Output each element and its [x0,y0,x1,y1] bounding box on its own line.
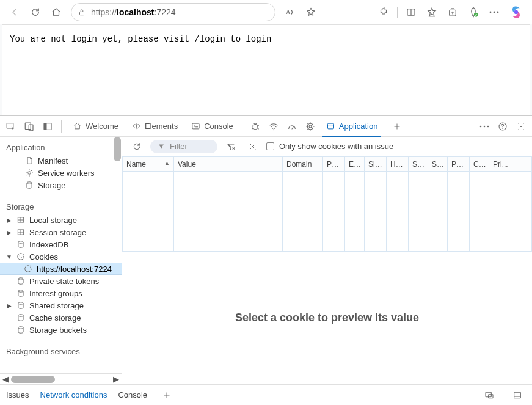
sidebar-item-storage-buckets[interactable]: Storage buckets [0,324,122,336]
address-bar[interactable]: https://localhost:7224 [71,3,275,21]
svg-rect-21 [327,123,333,129]
filter-icon [158,143,165,150]
sidebar-item-manifest[interactable]: Manifest [0,155,122,167]
memory-icon[interactable] [302,118,319,135]
col-ex[interactable]: Ex... [345,157,365,172]
dock-side-button[interactable] [39,118,56,135]
sidebar-item-cookies-origin[interactable]: https://localhost:7224 [0,263,122,275]
tab-elements[interactable]: Elements [126,116,184,137]
home-button[interactable] [46,2,66,22]
svg-point-20 [309,125,312,128]
drawer-tab-console[interactable]: Console [118,390,147,400]
col-sa[interactable]: Sa... [428,157,448,172]
drawer-tab-issues[interactable]: Issues [6,390,29,400]
tab-elements-label: Elements [145,122,178,131]
inspect-element-button[interactable] [2,118,20,135]
debugger-icon[interactable] [247,118,264,135]
svg-rect-49 [514,392,521,398]
sidebar-item-private-state-tokens[interactable]: Private state tokens [0,275,122,287]
svg-point-9 [497,12,499,13]
only-issue-label: Only show cookies with an issue [279,142,393,151]
drawer-tab-network-conditions[interactable]: Network conditions [40,390,107,400]
favorites-hub-button[interactable] [422,2,442,22]
scrollbar-vertical[interactable] [113,137,122,384]
svg-point-41 [18,290,23,293]
network-icon[interactable] [265,118,282,135]
svg-point-37 [20,255,20,256]
sidebar-item-service-workers[interactable]: Service workers [0,167,122,179]
refresh-cookies-button[interactable] [128,138,145,155]
sidebar-group-storage: Storage [0,199,122,214]
lock-icon [78,8,86,16]
tab-console[interactable]: Console [185,116,239,137]
cookies-table[interactable]: Name▲ValueDomainPathEx...SizeHtt...Se...… [122,156,532,252]
sidebar-group-application: Application [0,139,122,155]
devtools-more-button[interactable] [476,118,493,135]
svg-point-24 [484,125,486,127]
clear-filter-button[interactable] [222,138,239,155]
col-par[interactable]: Par... [448,157,470,172]
device-toggle-button[interactable] [21,118,38,135]
sidebar-item-indexeddb[interactable]: IndexedDB [0,238,122,250]
col-htt[interactable]: Htt... [387,157,409,172]
scrollbar-horizontal[interactable]: ◀▶ [0,373,122,384]
sidebar-item-cookies[interactable]: ▼Cookies [0,250,122,263]
performance-button[interactable] [464,2,483,22]
drawer-expand-button[interactable] [509,387,526,404]
svg-point-27 [502,128,503,128]
col-se[interactable]: Se... [409,157,428,172]
svg-point-40 [18,278,23,280]
separator [397,7,398,18]
code-icon [132,122,141,131]
svg-text:A: A [286,9,290,15]
svg-rect-12 [25,123,31,130]
col-size[interactable]: Size [365,157,387,172]
col-cr[interactable]: Cr... [470,157,489,172]
devtools-help-button[interactable] [494,118,511,135]
sidebar-group-background-services: Background services [0,343,122,359]
sidebar-item-interest-groups[interactable]: Interest groups [0,287,122,299]
svg-point-7 [490,12,492,13]
delete-cookie-button[interactable] [244,138,261,155]
page-content: You are not login yet, please visit /log… [2,24,530,115]
devtools-tabs: Welcome Elements Console Application [0,116,532,137]
tab-application[interactable]: Application [320,116,384,137]
more-button[interactable] [484,2,504,22]
svg-point-17 [253,124,258,129]
back-button[interactable] [5,2,24,22]
sidebar-item-cache-storage[interactable]: Cache storage [0,312,122,324]
svg-point-44 [18,327,23,329]
drawer-dock-button[interactable] [481,387,498,404]
drawer-more-tabs-button[interactable] [158,387,175,404]
col-domain[interactable]: Domain [283,157,323,172]
sidebar-item-shared-storage[interactable]: ▶Shared storage [0,299,122,312]
col-pri[interactable]: Pri... [489,157,532,172]
sidebar-item-local-storage[interactable]: ▶Local storage [0,214,122,226]
col-path[interactable]: Path [323,157,345,172]
sidebar-item-session-storage[interactable]: ▶Session storage [0,226,122,238]
read-aloud-button[interactable]: A [280,2,300,22]
collections-button[interactable] [443,2,462,22]
sidebar-item-storage-overview[interactable]: Storage [0,179,122,191]
devtools-close-button[interactable] [512,118,530,135]
extensions-button[interactable] [374,2,393,22]
split-screen-button[interactable] [401,2,421,22]
home-icon [73,122,82,131]
performance-icon[interactable] [283,118,301,135]
favorite-button[interactable] [301,2,321,22]
tab-welcome[interactable]: Welcome [67,116,125,137]
col-value[interactable]: Value [174,157,283,172]
col-name[interactable]: Name▲ [123,157,174,172]
copilot-button[interactable] [505,2,527,22]
svg-rect-0 [80,12,84,15]
application-icon [326,122,335,131]
refresh-button[interactable] [26,2,45,22]
cookies-filter-input[interactable]: Filter [150,140,217,153]
more-tabs-button[interactable] [388,118,406,135]
svg-point-39 [20,258,20,258]
svg-point-36 [18,241,23,244]
cookies-panel: Filter Only show cookies with an issue N… [122,137,532,384]
cookies-toolbar: Filter Only show cookies with an issue [122,137,532,156]
only-issue-checkbox[interactable] [266,142,274,150]
table-row [123,172,532,251]
